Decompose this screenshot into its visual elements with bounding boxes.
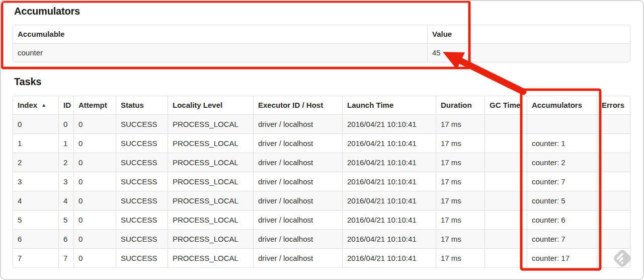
table-cell: 3 [13, 172, 58, 191]
task-header-1[interactable]: ID [58, 96, 73, 114]
annotation-arrow-shaft [461, 61, 523, 92]
task-row-6: 660SUCCESSPROCESS_LOCALdriver / localhos… [13, 229, 630, 248]
table-cell: 0 [73, 191, 116, 210]
table-cell: 17 ms [436, 248, 485, 267]
table-cell: driver / localhost [253, 172, 342, 191]
table-cell [597, 172, 630, 191]
tasks-section-title: Tasks [14, 76, 41, 88]
table-cell: PROCESS_LOCAL [168, 248, 253, 267]
accumulators-table: AccumulableValue counter45 [13, 25, 630, 62]
table-cell: SUCCESS [116, 191, 168, 210]
table-cell [485, 191, 527, 210]
table-cell: SUCCESS [116, 248, 168, 267]
table-cell [485, 229, 527, 248]
table-cell: 1 [13, 133, 58, 153]
table-cell: 6 [58, 229, 73, 248]
table-cell: 7 [13, 248, 58, 267]
table-cell [527, 114, 597, 133]
accumulators-header-row: AccumulableValue [13, 25, 630, 43]
table-cell: driver / localhost [253, 133, 342, 153]
accumulators-table-body: counter45 [13, 43, 630, 62]
accumulators-section-title: Accumulators [14, 6, 80, 17]
table-cell: PROCESS_LOCAL [168, 133, 253, 153]
table-cell: SUCCESS [116, 229, 168, 248]
skitch-watermark-square [612, 248, 632, 268]
column-header-label: Status [121, 101, 144, 109]
accumulator-row-0: counter45 [13, 43, 630, 62]
table-cell: 0 [73, 172, 116, 191]
table-cell: driver / localhost [253, 229, 342, 248]
column-header-label: Executor ID / Host [258, 101, 323, 109]
table-cell: 0 [73, 229, 116, 248]
table-cell: driver / localhost [253, 191, 342, 210]
task-header-7[interactable]: Duration [436, 96, 485, 114]
table-cell [597, 191, 630, 210]
table-cell: 0 [58, 114, 73, 133]
column-header-label: Index [18, 101, 37, 109]
table-cell: 5 [13, 210, 58, 229]
table-cell [597, 210, 630, 229]
table-cell: 17 ms [436, 210, 485, 229]
table-cell: counter [13, 43, 427, 62]
column-header-label: GC Time [490, 101, 520, 109]
table-cell: SUCCESS [116, 153, 168, 172]
table-cell: SUCCESS [116, 133, 168, 153]
table-cell: SUCCESS [116, 114, 168, 133]
task-row-1: 110SUCCESSPROCESS_LOCALdriver / localhos… [13, 133, 630, 153]
table-cell: 17 ms [436, 153, 485, 172]
table-cell: 45 [427, 43, 630, 62]
table-cell: 6 [13, 229, 58, 248]
table-cell: counter: 6 [527, 210, 597, 229]
column-header-label: Errors [602, 101, 624, 109]
column-header-label: Value [432, 30, 452, 38]
table-cell [597, 133, 630, 153]
table-cell: 17 ms [436, 229, 485, 248]
accumulable-header-0: Accumulable [13, 25, 427, 43]
table-cell: driver / localhost [253, 114, 342, 133]
table-cell [485, 172, 527, 191]
table-cell: counter: 1 [527, 133, 597, 153]
table-cell: counter: 7 [527, 172, 597, 191]
table-cell [485, 210, 527, 229]
skitch-watermark-icon [612, 248, 633, 269]
table-cell: 2016/04/21 10:10:41 [342, 172, 436, 191]
table-cell: 2016/04/21 10:10:41 [342, 133, 436, 153]
table-cell [485, 153, 527, 172]
task-header-8[interactable]: GC Time [485, 96, 527, 114]
task-header-5[interactable]: Executor ID / Host [253, 96, 342, 114]
task-header-3[interactable]: Status [116, 96, 168, 114]
table-cell: 1 [58, 133, 73, 153]
table-cell: PROCESS_LOCAL [168, 172, 253, 191]
task-header-2[interactable]: Attempt [73, 96, 116, 114]
task-header-9[interactable]: Accumulators [527, 96, 597, 114]
table-cell: 2016/04/21 10:10:41 [342, 229, 436, 248]
task-row-2: 220SUCCESSPROCESS_LOCALdriver / localhos… [13, 153, 630, 172]
task-header-10[interactable]: Errors [597, 96, 630, 114]
table-cell [597, 229, 630, 248]
table-cell: counter: 17 [527, 248, 597, 267]
table-cell: 2 [58, 153, 73, 172]
table-cell [485, 133, 527, 153]
table-cell: SUCCESS [116, 210, 168, 229]
table-cell: 0 [73, 133, 116, 153]
tasks-table-body: 000SUCCESSPROCESS_LOCALdriver / localhos… [13, 114, 630, 267]
table-cell [485, 114, 527, 133]
accumulable-header-1: Value [427, 25, 630, 43]
table-cell: 2016/04/21 10:10:41 [342, 248, 436, 267]
table-cell: counter: 2 [527, 153, 597, 172]
task-header-4[interactable]: Locality Level [168, 96, 253, 114]
task-header-0[interactable]: Index▲ [13, 96, 58, 114]
task-row-0: 000SUCCESSPROCESS_LOCALdriver / localhos… [13, 114, 630, 133]
table-cell: driver / localhost [253, 210, 342, 229]
table-cell: PROCESS_LOCAL [168, 210, 253, 229]
column-header-label: Accumulable [18, 30, 64, 38]
table-cell [485, 248, 527, 267]
table-cell: 7 [58, 248, 73, 267]
table-cell: counter: 7 [527, 229, 597, 248]
table-cell [597, 114, 630, 133]
task-row-7: 770SUCCESSPROCESS_LOCALdriver / localhos… [13, 248, 630, 267]
tasks-table: Index▲IDAttemptStatusLocality LevelExecu… [13, 96, 630, 268]
column-header-label: Launch Time [347, 101, 393, 109]
task-header-6[interactable]: Launch Time [342, 96, 436, 114]
task-row-3: 330SUCCESSPROCESS_LOCALdriver / localhos… [13, 172, 630, 191]
